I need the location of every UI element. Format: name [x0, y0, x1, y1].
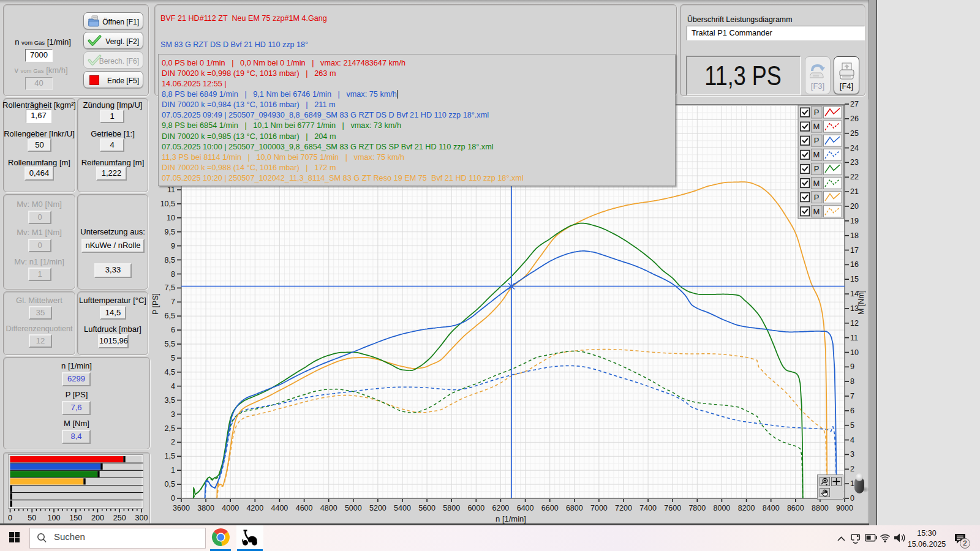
- svg-text:150: 150: [69, 514, 82, 522]
- svg-text:4800: 4800: [320, 504, 337, 512]
- svg-text:7,5: 7,5: [165, 283, 175, 292]
- svg-text:4,5: 4,5: [165, 368, 175, 377]
- svg-text:M: M: [813, 207, 820, 216]
- svg-text:25: 25: [850, 129, 859, 138]
- svg-text:7000: 7000: [590, 504, 608, 512]
- svg-text:8000: 8000: [713, 504, 730, 512]
- svg-text:9: 9: [171, 242, 175, 250]
- svg-text:M: M: [813, 122, 820, 131]
- svg-text:3: 3: [850, 450, 854, 459]
- svg-text:5400: 5400: [394, 504, 411, 512]
- svg-text:250: 250: [113, 514, 126, 522]
- svg-text:6200: 6200: [492, 504, 509, 512]
- svg-text:P: P: [814, 108, 820, 117]
- svg-text:8: 8: [171, 270, 175, 279]
- svg-text:11: 11: [167, 186, 175, 194]
- svg-text:4: 4: [850, 436, 854, 444]
- svg-text:7400: 7400: [639, 504, 657, 512]
- svg-text:5800: 5800: [443, 504, 460, 512]
- svg-text:20: 20: [850, 202, 859, 211]
- svg-text:16: 16: [850, 260, 859, 269]
- svg-text:5000: 5000: [345, 504, 362, 512]
- svg-text:2,5: 2,5: [165, 424, 175, 433]
- svg-text:24: 24: [850, 144, 859, 152]
- svg-text:23: 23: [850, 158, 859, 167]
- svg-text:4200: 4200: [246, 504, 263, 512]
- svg-text:4400: 4400: [271, 504, 288, 512]
- svg-text:6600: 6600: [541, 504, 559, 512]
- svg-text:8200: 8200: [738, 504, 755, 512]
- svg-text:6400: 6400: [517, 504, 534, 512]
- svg-text:15: 15: [850, 275, 859, 283]
- svg-text:7600: 7600: [664, 504, 681, 512]
- svg-text:3600: 3600: [173, 504, 190, 512]
- svg-text:10: 10: [850, 348, 859, 357]
- svg-text:P [PS]: P [PS]: [152, 293, 160, 315]
- svg-text:4000: 4000: [222, 504, 239, 512]
- svg-text:10,5: 10,5: [160, 200, 175, 208]
- svg-text:12: 12: [850, 319, 859, 328]
- svg-text:0,5: 0,5: [165, 480, 175, 489]
- svg-text:P: P: [814, 136, 820, 145]
- svg-text:2: 2: [171, 438, 175, 446]
- svg-text:5: 5: [850, 421, 854, 430]
- svg-text:5: 5: [171, 354, 175, 362]
- svg-text:27: 27: [850, 100, 859, 108]
- svg-text:1: 1: [171, 466, 175, 474]
- svg-text:22: 22: [850, 173, 859, 181]
- svg-text:6: 6: [171, 326, 175, 334]
- svg-text:18: 18: [850, 231, 859, 240]
- svg-text:200: 200: [91, 514, 104, 522]
- svg-text:21: 21: [850, 187, 859, 196]
- svg-text:9000: 9000: [836, 504, 853, 512]
- svg-text:0: 0: [8, 514, 12, 522]
- svg-text:7200: 7200: [615, 504, 632, 512]
- svg-text:3,5: 3,5: [165, 396, 175, 405]
- svg-text:300: 300: [135, 514, 148, 522]
- svg-text:11: 11: [850, 334, 858, 342]
- svg-text:10: 10: [167, 214, 175, 222]
- svg-text:3800: 3800: [197, 504, 214, 512]
- svg-text:9: 9: [850, 362, 854, 371]
- svg-text:5,5: 5,5: [165, 340, 175, 348]
- svg-text:3: 3: [171, 410, 175, 419]
- svg-text:n [1/min]: n [1/min]: [496, 514, 526, 523]
- svg-text:P: P: [814, 193, 820, 202]
- svg-text:4: 4: [171, 382, 175, 391]
- svg-text:M: M: [813, 179, 820, 188]
- svg-text:5600: 5600: [418, 504, 435, 512]
- svg-text:7800: 7800: [688, 504, 706, 512]
- svg-text:7: 7: [850, 392, 854, 400]
- svg-text:6800: 6800: [566, 504, 583, 512]
- svg-text:6000: 6000: [467, 504, 484, 512]
- svg-text:M: M: [813, 150, 820, 159]
- svg-text:9,5: 9,5: [165, 228, 175, 236]
- svg-text:4600: 4600: [296, 504, 313, 512]
- svg-text:8,5: 8,5: [165, 256, 175, 264]
- svg-text:8400: 8400: [763, 504, 780, 512]
- svg-text:26: 26: [850, 114, 859, 123]
- svg-text:100: 100: [48, 514, 61, 522]
- svg-text:19: 19: [850, 217, 859, 225]
- svg-text:0: 0: [171, 494, 175, 503]
- svg-text:P: P: [814, 164, 820, 173]
- svg-text:1,5: 1,5: [165, 452, 175, 460]
- svg-text:6: 6: [850, 407, 854, 415]
- svg-text:8600: 8600: [787, 504, 804, 512]
- svg-text:8800: 8800: [812, 504, 829, 512]
- svg-text:8: 8: [850, 377, 854, 386]
- svg-text:5200: 5200: [369, 504, 386, 512]
- svg-text:7: 7: [171, 298, 175, 306]
- svg-text:17: 17: [850, 246, 859, 255]
- svg-text:M [Nm]: M [Nm]: [857, 290, 865, 315]
- svg-text:6,5: 6,5: [165, 312, 175, 320]
- svg-text:50: 50: [28, 514, 36, 522]
